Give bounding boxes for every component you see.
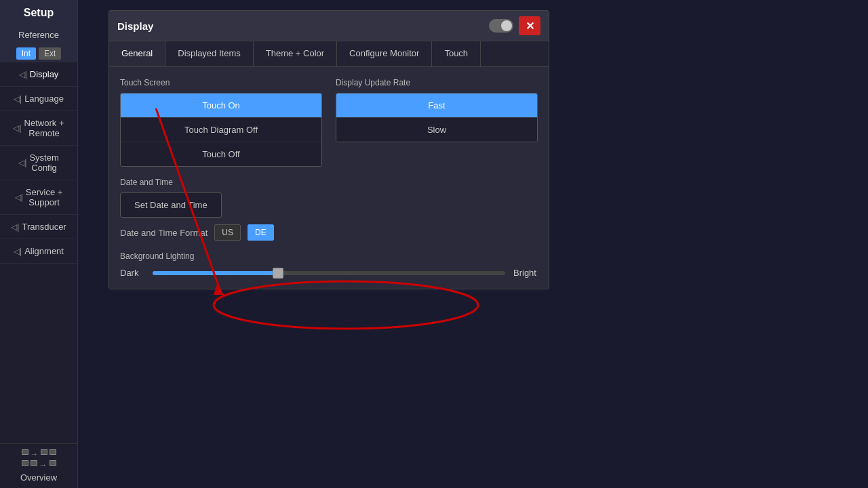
close-button[interactable]: ✕ xyxy=(519,16,540,35)
top-section-row: Touch Screen Touch On Touch Diagram Off … xyxy=(120,78,538,167)
transducer-icon: ◁| xyxy=(11,222,19,232)
set-datetime-button[interactable]: Set Date and Time xyxy=(120,192,222,218)
update-rate-options: Fast Slow xyxy=(336,93,538,142)
tab-configure-monitor[interactable]: Configure Monitor xyxy=(337,41,432,66)
reference-row: Int Ext xyxy=(0,45,77,62)
tab-displayed-items[interactable]: Displayed Items xyxy=(165,41,253,66)
slow-button[interactable]: Slow xyxy=(336,118,537,142)
service-label: Service +Support xyxy=(26,187,63,207)
system-label: SystemConfig xyxy=(29,152,58,173)
update-rate-title: Display Update Rate xyxy=(336,78,538,87)
fast-button[interactable]: Fast xyxy=(336,94,537,118)
sidebar-item-system[interactable]: ◁| SystemConfig xyxy=(0,146,77,180)
sidebar-item-display[interactable]: ◁| Display xyxy=(0,62,77,87)
int-button[interactable]: Int xyxy=(16,47,36,60)
bright-label: Bright xyxy=(513,268,538,278)
tab-touch[interactable]: Touch xyxy=(432,41,481,66)
dialog-tabs: General Displayed Items Theme + Color Co… xyxy=(109,41,549,67)
network-icon: ◁| xyxy=(13,123,21,133)
sidebar-item-alignment[interactable]: ◁| Alignment xyxy=(0,239,77,264)
slider-fill xyxy=(153,271,276,275)
format-label: Date and Time Format xyxy=(120,228,208,238)
system-icon: ◁| xyxy=(18,158,26,167)
service-icon: ◁| xyxy=(15,192,23,202)
dialog-title: Display xyxy=(117,20,153,32)
sidebar-item-service[interactable]: ◁| Service +Support xyxy=(0,180,77,215)
touch-diagram-off-button[interactable]: Touch Diagram Off xyxy=(121,118,321,142)
touch-on-button[interactable]: Touch On xyxy=(121,94,321,118)
sidebar-reference-label: Reference xyxy=(18,30,59,40)
transducer-label: Transducer xyxy=(22,222,66,232)
tab-general[interactable]: General xyxy=(109,41,165,66)
update-rate-section: Display Update Rate Fast Slow xyxy=(336,78,538,167)
display-label: Display xyxy=(30,69,59,79)
toggle-switch[interactable] xyxy=(489,19,513,33)
sidebar-bottom: → → Overview xyxy=(0,443,77,488)
toggle-knob xyxy=(501,20,512,31)
sidebar: Setup Reference Int Ext ◁| Display ◁| La… xyxy=(0,0,78,488)
display-dialog: Display ✕ General Displayed Items Theme … xyxy=(108,10,549,289)
sidebar-title: Setup xyxy=(0,0,77,26)
language-icon: ◁| xyxy=(14,94,22,104)
touch-screen-section: Touch Screen Touch On Touch Diagram Off … xyxy=(120,78,322,167)
sidebar-item-transducer[interactable]: ◁| Transducer xyxy=(0,215,77,239)
format-de-button[interactable]: DE xyxy=(248,224,274,241)
dialog-header: Display ✕ xyxy=(109,11,549,41)
language-label: Language xyxy=(24,94,64,104)
overview-icon: → → xyxy=(22,449,56,470)
display-icon: ◁| xyxy=(19,70,27,79)
datetime-section: Date and Time Set Date and Time Date and… xyxy=(120,178,538,241)
network-label: Network +Remote xyxy=(24,118,64,138)
dialog-controls: ✕ xyxy=(489,16,540,35)
lighting-section: Background Lighting Dark Bright xyxy=(120,251,538,278)
brightness-slider[interactable] xyxy=(153,271,505,275)
main-content: Display ✕ General Displayed Items Theme … xyxy=(78,0,868,488)
tab-theme-color[interactable]: Theme + Color xyxy=(254,41,337,66)
touch-screen-options: Touch On Touch Diagram Off Touch Off xyxy=(120,93,322,167)
sidebar-item-network[interactable]: ◁| Network +Remote xyxy=(0,111,77,146)
alignment-icon: ◁| xyxy=(14,247,22,256)
dark-label: Dark xyxy=(120,268,144,278)
datetime-title: Date and Time xyxy=(120,178,538,187)
format-row: Date and Time Format US DE xyxy=(120,224,538,241)
slider-row: Dark Bright xyxy=(120,268,538,278)
slider-thumb[interactable] xyxy=(273,268,283,279)
lighting-title: Background Lighting xyxy=(120,251,538,261)
format-us-button[interactable]: US xyxy=(214,224,241,241)
ext-button[interactable]: Ext xyxy=(39,47,61,60)
alignment-label: Alignment xyxy=(24,246,64,256)
touch-screen-title: Touch Screen xyxy=(120,78,322,87)
touch-off-button[interactable]: Touch Off xyxy=(121,142,321,166)
overview-label[interactable]: Overview xyxy=(20,472,57,483)
sidebar-item-reference: Reference xyxy=(0,26,77,45)
dialog-body: Touch Screen Touch On Touch Diagram Off … xyxy=(109,67,549,289)
sidebar-item-language[interactable]: ◁| Language xyxy=(0,87,77,111)
